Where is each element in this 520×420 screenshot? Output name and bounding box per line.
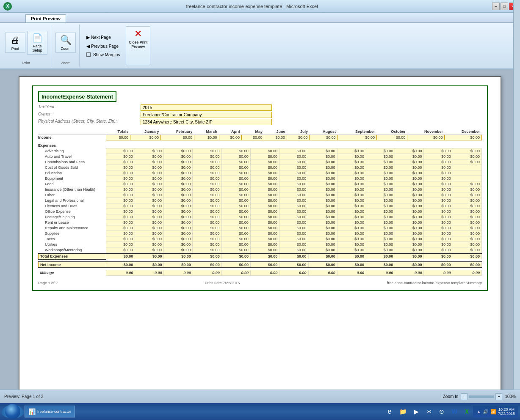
expense-value: $0.00 [164,176,193,181]
close-print-preview-button[interactable]: ✕ Close PrintPreview [126,26,150,65]
print-group-label: Print [22,59,30,65]
total-totals: $0.00 [106,253,135,259]
expense-value: $0.00 [106,220,135,225]
tab-print-preview[interactable]: Print Preview [25,14,66,22]
expense-value: $0.00 [250,225,279,231]
expense-value: $0.00 [453,203,481,209]
restore-button[interactable]: □ [501,3,508,10]
income-oct: $0.00 [377,135,407,140]
expense-value: $0.00 [193,214,221,220]
tax-year-label: Tax Year: [38,104,140,111]
expense-value: $0.00 [366,148,395,154]
expense-value: $0.00 [193,247,221,253]
expense-value: $0.00 [106,214,135,220]
expense-value: $0.00 [308,198,337,203]
expense-label: Licences and Dues [38,203,106,209]
taskbar-excel[interactable]: 📊 freelance-contractor... [25,406,75,417]
expense-row: Equipment$0.00$0.00$0.00$0.00$0.00$0.00$… [38,176,482,181]
minimize-button[interactable]: – [492,3,500,10]
expense-value: $0.00 [193,148,221,154]
expense-value: $0.00 [395,214,424,220]
scrollbar[interactable] [513,69,520,406]
expense-label: Rent or Lease [38,220,106,225]
net-income-label: Net Income [39,262,106,268]
expense-value: $0.00 [250,187,279,192]
start-button[interactable] [2,405,24,418]
expense-value: $0.00 [308,181,337,187]
window-title: freelance-contractor income-expense temp… [12,4,492,9]
explorer-button[interactable]: 📁 [396,406,410,417]
expense-value: $0.00 [279,247,308,253]
zoom-button[interactable]: 🔍 Zoom [55,33,76,53]
expense-value: $0.00 [279,214,308,220]
expense-value: $0.00 [424,209,453,214]
print-button[interactable]: 🖨 Print [5,33,25,53]
status-right: Zoom In – + 100% [443,393,516,400]
expense-value: $0.00 [279,148,308,154]
expense-value: $0.00 [106,231,135,236]
expense-value: $0.00 [193,209,221,214]
zoom-minus-button[interactable]: – [461,393,467,400]
ie-button[interactable]: e [384,406,395,417]
expense-table: Totals January February March April May … [38,129,482,148]
expense-value: $0.00 [135,242,163,247]
page-setup-icon: 📄 [32,33,43,43]
expense-value: $0.00 [164,181,193,187]
page-setup-button[interactable]: 📄 PageSetup [27,31,47,55]
expense-value: $0.00 [279,154,308,159]
quick-launch: e 📁 ▶ ✉ ⊙ W X [384,406,472,417]
spreadsheet-border: Income/Expense Statement Tax Year: 2015 … [32,85,488,291]
expense-value: $0.00 [366,159,395,165]
expense-value: $0.00 [279,231,308,236]
chrome-button[interactable]: ⊙ [436,406,448,417]
expense-value [453,165,481,170]
clock-date: 7/22/2015 [498,412,515,416]
expense-value: $0.00 [164,214,193,220]
expense-value: $0.00 [106,192,135,198]
mileage-row: Mileage 0.00 0.00 0.00 0.00 0.00 0.00 0.… [39,270,482,276]
expense-value: $0.00 [221,154,250,159]
income-row: Income $0.00 $0.00 $0.00 $0.00 $0.00 $0.… [38,135,482,140]
expense-label: Utilities [38,242,106,247]
expense-value: $0.00 [164,159,193,165]
show-margins-button[interactable]: Show Margins [84,52,122,58]
zoom-label: Zoom [61,47,70,51]
expense-value: $0.00 [308,192,337,198]
expense-value: $0.00 [395,192,424,198]
expense-value: $0.00 [453,214,481,220]
media-button[interactable]: ▶ [411,406,422,417]
prev-page-button[interactable]: ◀ Previous Page [84,43,122,50]
expense-value: $0.00 [395,220,424,225]
expense-value: $0.00 [164,198,193,203]
expense-value: $0.00 [337,165,366,170]
zoom-plus-button[interactable]: + [495,393,502,400]
expense-value: $0.00 [337,214,366,220]
col-header-aug: August [310,129,337,135]
excel-taskbar-button[interactable]: X [462,406,472,417]
expense-value: $0.00 [424,159,453,165]
owner-value: Freelance/Contractor Company [141,112,272,118]
expense-value: $0.00 [453,236,481,242]
mileage-label: Mileage [39,270,106,276]
expense-row: Utilities$0.00$0.00$0.00$0.00$0.00$0.00$… [38,242,482,247]
expense-value: $0.00 [193,170,221,176]
expense-value: $0.00 [250,231,279,236]
word-button[interactable]: W [448,406,461,417]
expense-value: $0.00 [424,236,453,242]
show-margins-checkbox[interactable] [86,52,91,57]
table-header-row: Totals January February March April May … [38,129,482,135]
title-bar-left: X [3,2,12,11]
zoom-slider[interactable] [469,395,494,398]
expense-label: Equipment [38,176,106,181]
expense-value: $0.00 [395,159,424,165]
expense-value: $0.00 [424,203,453,209]
mail-button[interactable]: ✉ [423,406,435,417]
expense-row: Cost of Goods Sold$0.00$0.00$0.00$0.00$0… [38,165,482,170]
expense-value: $0.00 [453,181,481,187]
expense-value: $0.00 [250,148,279,154]
next-page-button[interactable]: ▶ Next Page [84,34,122,41]
expense-value: $0.00 [164,242,193,247]
expense-value: $0.00 [221,165,250,170]
expense-value: $0.00 [135,236,163,242]
expense-value: $0.00 [164,192,193,198]
